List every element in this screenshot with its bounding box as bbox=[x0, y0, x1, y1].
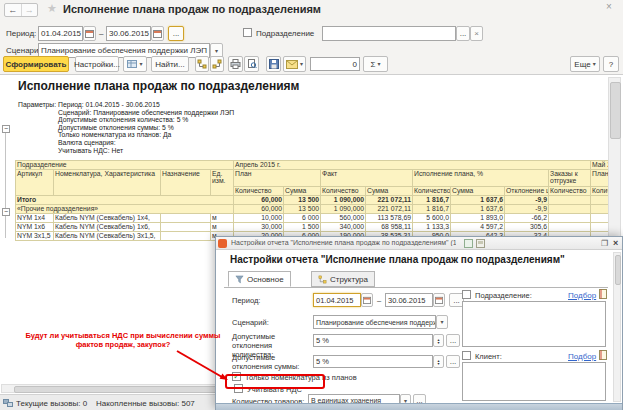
dialog-scenario-label: Сценарий: bbox=[232, 318, 269, 327]
report-variant-icon bbox=[127, 59, 137, 69]
dialog-period-from-calendar-button[interactable] bbox=[361, 293, 373, 307]
print-button[interactable] bbox=[228, 56, 243, 72]
dialog-scenario-combo[interactable]: Планирование обеспечения поддержки ЛЭП bbox=[313, 315, 436, 329]
cell-plan-qty: 60,000 bbox=[234, 196, 284, 205]
period-from-calendar-button[interactable] bbox=[83, 26, 96, 41]
cell-fact-qty: 1 090,000 bbox=[321, 205, 366, 214]
period-to-input[interactable]: 30.06.2015 bbox=[106, 26, 151, 41]
structure-icon bbox=[318, 275, 327, 284]
autosum-field[interactable]: 0 bbox=[310, 57, 360, 71]
pick-list-icon[interactable] bbox=[598, 350, 608, 360]
col-month-april: Апрель 2015 г. bbox=[234, 161, 591, 170]
restore-icon[interactable]: ❐ bbox=[601, 239, 608, 248]
print-preview-button[interactable] bbox=[244, 56, 259, 72]
dev-sum-choose-button[interactable]: ... bbox=[446, 355, 460, 368]
cell-fact-sum: 68 958,11 bbox=[366, 223, 413, 232]
cell-plan-sum: 1 500 bbox=[284, 223, 321, 232]
dev-qty-input[interactable]: 5 % bbox=[313, 334, 433, 347]
department-choose-button[interactable]: ... bbox=[456, 26, 470, 41]
group-expander[interactable]: − bbox=[2, 208, 10, 216]
cell-article: NYM 3x1,5 bbox=[16, 232, 54, 241]
find-button[interactable]: Найти... bbox=[151, 56, 189, 72]
department-listbox[interactable] bbox=[462, 301, 606, 347]
pick-list-icon[interactable] bbox=[598, 289, 608, 299]
cell-unit: м bbox=[211, 223, 234, 232]
annotation-arrow bbox=[165, 345, 240, 390]
dialog-close-icon[interactable]: × bbox=[613, 238, 618, 248]
cell-price-dev: 305,6 bbox=[505, 223, 549, 232]
dialog-scenario-dropdown-button[interactable]: ▾ bbox=[436, 315, 448, 329]
chevron-down-icon: ▾ bbox=[377, 61, 380, 67]
tab-main[interactable]: Основное bbox=[228, 271, 291, 287]
dialog-period-to-input[interactable]: 30.06.2015 bbox=[385, 293, 433, 307]
period-from-input[interactable]: 01.04.2015 bbox=[38, 26, 83, 41]
cell-nomenclature: Кабель NYM (Севкабель) 1x4, bbox=[54, 214, 161, 223]
save-button[interactable] bbox=[266, 56, 281, 72]
favorite-star-icon[interactable]: ★ bbox=[47, 2, 57, 15]
chevron-down-icon: ▾ bbox=[139, 61, 142, 67]
cell-may-qty bbox=[591, 205, 609, 214]
sigma-button[interactable]: Σ ▾ bbox=[363, 56, 388, 72]
report-variants-button[interactable]: ▾ bbox=[123, 56, 147, 72]
period-choose-button[interactable]: ... bbox=[168, 26, 184, 41]
expand-groups-button[interactable] bbox=[210, 56, 224, 72]
client-listbox[interactable] bbox=[462, 362, 606, 401]
cell-price-dev: -9,9 bbox=[505, 205, 549, 214]
department-input[interactable] bbox=[322, 26, 456, 41]
dialog-client-checkbox[interactable] bbox=[462, 351, 471, 360]
window-tool-icon[interactable] bbox=[464, 239, 473, 248]
close-icon[interactable]: × bbox=[606, 1, 612, 12]
chevron-down-icon: ▾ bbox=[440, 319, 443, 325]
send-mail-button[interactable]: ▾ bbox=[283, 56, 306, 72]
col-nomenclature: Номенклатура, Характеристика bbox=[54, 170, 161, 196]
dev-qty-spinner[interactable]: ▴ ▾ bbox=[433, 334, 444, 347]
department-clear-button[interactable]: × bbox=[470, 26, 483, 41]
subcol-qty: Количество bbox=[234, 187, 284, 196]
back-icon[interactable]: ← bbox=[5, 4, 22, 16]
param-line: Валюта сценария: bbox=[58, 139, 234, 147]
dialog-department-checkbox[interactable] bbox=[462, 290, 471, 299]
dialog-period-to-calendar-button[interactable] bbox=[433, 293, 445, 307]
report-expander[interactable]: − bbox=[2, 125, 10, 133]
cell-plan-qty: 10,000 bbox=[234, 214, 284, 223]
period-to-calendar-button[interactable] bbox=[151, 26, 164, 41]
col-unit: Ед. изм. bbox=[211, 170, 234, 196]
cell-plan-qty: 30,000 bbox=[234, 223, 284, 232]
dialog-period-dash: – bbox=[377, 296, 381, 305]
cell-purpose bbox=[161, 214, 211, 223]
generate-button[interactable]: Сформировать bbox=[3, 56, 69, 72]
param-line: Допустимые отклонения суммы: 5 % bbox=[58, 124, 234, 132]
param-line: Только номенклатура из планов: Да bbox=[58, 131, 234, 139]
cell-plan-sum: 13 500 bbox=[284, 196, 321, 205]
dialog-titlebar[interactable]: Настройки отчета "Исполнение плана прода… bbox=[216, 237, 622, 250]
more-button[interactable]: Еще ▾ bbox=[570, 56, 600, 72]
tab-structure[interactable]: Структура bbox=[311, 271, 375, 287]
dev-sum-input[interactable]: 5 % bbox=[313, 355, 433, 368]
window-tool-icon[interactable] bbox=[476, 239, 485, 248]
spin-down-icon: ▾ bbox=[437, 362, 439, 365]
report-params: Период: 01.04.2015 - 30.06.2015 Сценарий… bbox=[58, 101, 234, 154]
settings-button[interactable]: Настройки... bbox=[75, 56, 119, 72]
forward-icon[interactable]: → bbox=[22, 4, 38, 16]
collapse-groups-icon bbox=[197, 59, 207, 69]
floppy-icon bbox=[269, 59, 279, 69]
spin-down-icon: ▾ bbox=[437, 341, 439, 344]
col-orders: Заказы к отгрузке bbox=[549, 170, 591, 187]
department-checkbox[interactable] bbox=[243, 28, 252, 37]
scrollbar-thumb[interactable] bbox=[610, 82, 621, 139]
dev-qty-choose-button[interactable]: ... bbox=[446, 334, 460, 347]
chevron-down-icon: ▾ bbox=[300, 61, 303, 67]
cell-orders-qty bbox=[549, 223, 591, 232]
department-podbor-link[interactable]: Подбор bbox=[568, 291, 596, 300]
col-department: Подразделение bbox=[16, 161, 234, 170]
tab-structure-label: Структура bbox=[330, 275, 368, 284]
help-button[interactable]: ? bbox=[603, 56, 619, 72]
report-title: Исполнение плана продаж по подразделения… bbox=[18, 79, 299, 93]
cell-nomenclature: Кабель NYM (Севкабель) 3x1,5, bbox=[54, 232, 161, 241]
client-podbor-link[interactable]: Подбор bbox=[568, 352, 596, 361]
dialog-period-from-input[interactable]: 01.04.2015 bbox=[313, 293, 361, 307]
scrollbar-thumb[interactable] bbox=[615, 255, 621, 285]
collapse-groups-button[interactable] bbox=[195, 56, 209, 72]
dev-sum-spinner[interactable]: ▴ ▾ bbox=[433, 355, 444, 368]
dialog-scrollbar[interactable] bbox=[613, 252, 621, 402]
